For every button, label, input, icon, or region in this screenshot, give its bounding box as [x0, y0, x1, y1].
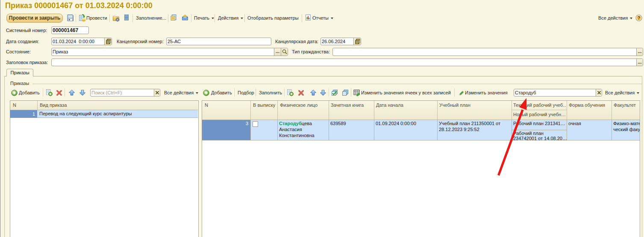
svg-text:?: ? — [638, 15, 640, 20]
